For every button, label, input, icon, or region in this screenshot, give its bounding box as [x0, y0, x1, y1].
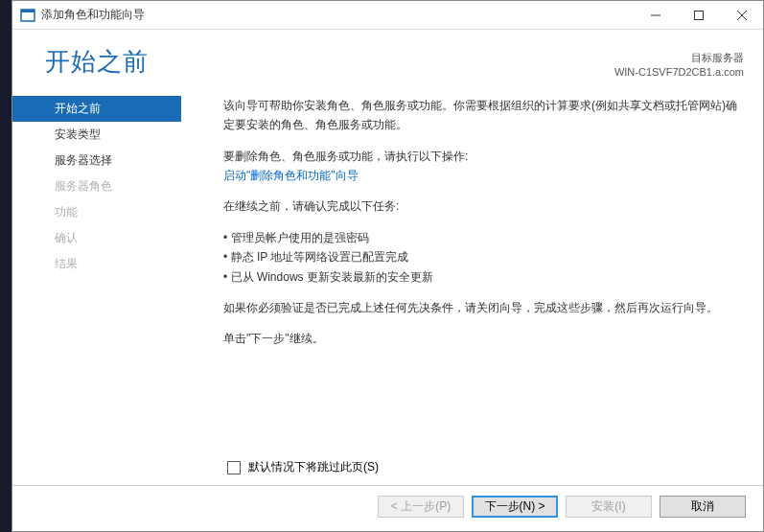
destination-label: 目标服务器: [614, 51, 744, 65]
titlebar: 添加角色和功能向导: [12, 1, 763, 30]
verify-note: 如果你必须验证是否已完成上述任何先决条件，请关闭向导，完成这些步骤，然后再次运行…: [223, 298, 744, 317]
previous-button: < 上一步(P): [378, 496, 464, 518]
sidebar-item-results: 结果: [12, 251, 181, 277]
minimize-button[interactable]: [634, 1, 677, 29]
before-continue-text: 在继续之前，请确认完成以下任务:: [223, 197, 744, 216]
intro-text: 该向导可帮助你安装角色、角色服务或功能。你需要根据组织的计算要求(例如共享文档或…: [223, 96, 744, 135]
svg-rect-1: [21, 10, 35, 12]
task-item: 静态 IP 地址等网络设置已配置完成: [223, 247, 744, 266]
sidebar-item-confirmation: 确认: [12, 225, 181, 251]
close-button[interactable]: [720, 1, 763, 29]
destination-value: WIN-C1SVF7D2CB1.a.com: [614, 65, 744, 80]
task-item: 已从 Windows 更新安装最新的安全更新: [223, 267, 744, 287]
body: 开始之前 安装类型 服务器选择 服务器角色 功能 确认 结果 该向导可帮助你安装…: [12, 88, 763, 453]
wizard-window: 添加角色和功能向导 开始之前 目标服务器 WIN-C1SVF7D2CB1.a.c…: [12, 0, 764, 532]
next-button[interactable]: 下一步(N) >: [472, 496, 558, 518]
skip-page-row: 默认情况下将跳过此页(S): [12, 453, 763, 485]
sidebar-item-before-you-begin[interactable]: 开始之前: [12, 96, 181, 122]
install-button: 安装(I): [566, 496, 652, 518]
header: 开始之前 目标服务器 WIN-C1SVF7D2CB1.a.com: [12, 30, 763, 88]
sidebar: 开始之前 安装类型 服务器选择 服务器角色 功能 确认 结果: [12, 88, 181, 453]
window-controls: [634, 1, 763, 29]
svg-rect-3: [694, 11, 703, 19]
continue-note: 单击"下一步"继续。: [223, 329, 744, 348]
maximize-button[interactable]: [677, 1, 720, 29]
remove-label: 要删除角色、角色服务或功能，请执行以下操作:: [223, 147, 744, 166]
sidebar-item-server-selection[interactable]: 服务器选择: [12, 148, 181, 173]
skip-page-label: 默认情况下将跳过此页(S): [248, 459, 379, 475]
skip-page-checkbox[interactable]: [227, 461, 241, 474]
page-title: 开始之前: [45, 45, 149, 79]
content: 该向导可帮助你安装角色、角色服务或功能。你需要根据组织的计算要求(例如共享文档或…: [181, 88, 763, 453]
window-title: 添加角色和功能向导: [41, 7, 634, 23]
sidebar-item-features: 功能: [12, 199, 181, 225]
task-item: 管理员帐户使用的是强密码: [223, 228, 744, 247]
remove-roles-link[interactable]: 启动"删除角色和功能"向导: [223, 169, 359, 182]
app-icon: [20, 8, 35, 23]
destination-info: 目标服务器 WIN-C1SVF7D2CB1.a.com: [614, 45, 744, 81]
sidebar-item-installation-type[interactable]: 安装类型: [12, 122, 181, 148]
task-list: 管理员帐户使用的是强密码 静态 IP 地址等网络设置已配置完成 已从 Windo…: [223, 228, 744, 287]
sidebar-item-server-roles: 服务器角色: [12, 173, 181, 199]
button-row: < 上一步(P) 下一步(N) > 安装(I) 取消: [12, 485, 763, 531]
cancel-button[interactable]: 取消: [660, 496, 746, 518]
